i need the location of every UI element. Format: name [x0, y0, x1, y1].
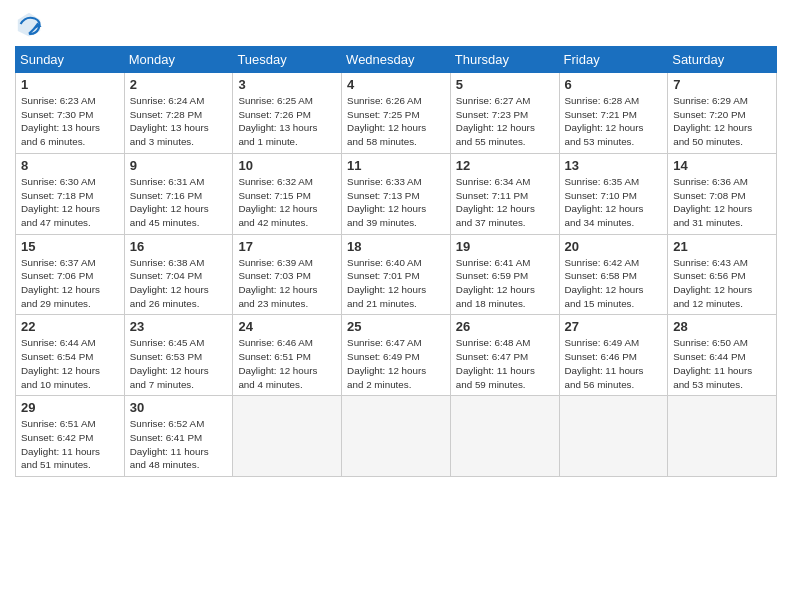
- header-sunday: Sunday: [16, 47, 125, 73]
- day-info: Sunrise: 6:49 AM Sunset: 6:46 PM Dayligh…: [565, 336, 663, 391]
- day-cell: 4Sunrise: 6:26 AM Sunset: 7:25 PM Daylig…: [342, 73, 451, 154]
- day-cell: 22Sunrise: 6:44 AM Sunset: 6:54 PM Dayli…: [16, 315, 125, 396]
- header-monday: Monday: [124, 47, 233, 73]
- day-cell: 7Sunrise: 6:29 AM Sunset: 7:20 PM Daylig…: [668, 73, 777, 154]
- week-row-2: 8Sunrise: 6:30 AM Sunset: 7:18 PM Daylig…: [16, 153, 777, 234]
- day-cell: 2Sunrise: 6:24 AM Sunset: 7:28 PM Daylig…: [124, 73, 233, 154]
- day-number: 6: [565, 77, 663, 92]
- day-info: Sunrise: 6:34 AM Sunset: 7:11 PM Dayligh…: [456, 175, 554, 230]
- day-info: Sunrise: 6:52 AM Sunset: 6:41 PM Dayligh…: [130, 417, 228, 472]
- day-info: Sunrise: 6:40 AM Sunset: 7:01 PM Dayligh…: [347, 256, 445, 311]
- day-info: Sunrise: 6:25 AM Sunset: 7:26 PM Dayligh…: [238, 94, 336, 149]
- header-tuesday: Tuesday: [233, 47, 342, 73]
- day-number: 23: [130, 319, 228, 334]
- day-cell: 5Sunrise: 6:27 AM Sunset: 7:23 PM Daylig…: [450, 73, 559, 154]
- day-cell: 27Sunrise: 6:49 AM Sunset: 6:46 PM Dayli…: [559, 315, 668, 396]
- day-info: Sunrise: 6:50 AM Sunset: 6:44 PM Dayligh…: [673, 336, 771, 391]
- day-cell: 18Sunrise: 6:40 AM Sunset: 7:01 PM Dayli…: [342, 234, 451, 315]
- week-row-5: 29Sunrise: 6:51 AM Sunset: 6:42 PM Dayli…: [16, 396, 777, 477]
- day-cell: 10Sunrise: 6:32 AM Sunset: 7:15 PM Dayli…: [233, 153, 342, 234]
- day-number: 17: [238, 239, 336, 254]
- day-cell: [668, 396, 777, 477]
- page: SundayMondayTuesdayWednesdayThursdayFrid…: [0, 0, 792, 612]
- day-cell: 15Sunrise: 6:37 AM Sunset: 7:06 PM Dayli…: [16, 234, 125, 315]
- day-cell: [450, 396, 559, 477]
- day-info: Sunrise: 6:39 AM Sunset: 7:03 PM Dayligh…: [238, 256, 336, 311]
- day-cell: 23Sunrise: 6:45 AM Sunset: 6:53 PM Dayli…: [124, 315, 233, 396]
- day-info: Sunrise: 6:36 AM Sunset: 7:08 PM Dayligh…: [673, 175, 771, 230]
- day-number: 4: [347, 77, 445, 92]
- header: [15, 10, 777, 38]
- calendar-header-row: SundayMondayTuesdayWednesdayThursdayFrid…: [16, 47, 777, 73]
- day-info: Sunrise: 6:31 AM Sunset: 7:16 PM Dayligh…: [130, 175, 228, 230]
- day-number: 30: [130, 400, 228, 415]
- day-cell: 21Sunrise: 6:43 AM Sunset: 6:56 PM Dayli…: [668, 234, 777, 315]
- day-cell: 24Sunrise: 6:46 AM Sunset: 6:51 PM Dayli…: [233, 315, 342, 396]
- day-info: Sunrise: 6:51 AM Sunset: 6:42 PM Dayligh…: [21, 417, 119, 472]
- day-cell: 29Sunrise: 6:51 AM Sunset: 6:42 PM Dayli…: [16, 396, 125, 477]
- day-cell: 3Sunrise: 6:25 AM Sunset: 7:26 PM Daylig…: [233, 73, 342, 154]
- day-cell: 1Sunrise: 6:23 AM Sunset: 7:30 PM Daylig…: [16, 73, 125, 154]
- day-number: 7: [673, 77, 771, 92]
- day-info: Sunrise: 6:26 AM Sunset: 7:25 PM Dayligh…: [347, 94, 445, 149]
- day-cell: [342, 396, 451, 477]
- day-number: 20: [565, 239, 663, 254]
- day-info: Sunrise: 6:23 AM Sunset: 7:30 PM Dayligh…: [21, 94, 119, 149]
- day-cell: 13Sunrise: 6:35 AM Sunset: 7:10 PM Dayli…: [559, 153, 668, 234]
- day-info: Sunrise: 6:43 AM Sunset: 6:56 PM Dayligh…: [673, 256, 771, 311]
- day-number: 21: [673, 239, 771, 254]
- day-cell: 8Sunrise: 6:30 AM Sunset: 7:18 PM Daylig…: [16, 153, 125, 234]
- day-info: Sunrise: 6:28 AM Sunset: 7:21 PM Dayligh…: [565, 94, 663, 149]
- calendar: SundayMondayTuesdayWednesdayThursdayFrid…: [15, 46, 777, 477]
- day-info: Sunrise: 6:33 AM Sunset: 7:13 PM Dayligh…: [347, 175, 445, 230]
- week-row-1: 1Sunrise: 6:23 AM Sunset: 7:30 PM Daylig…: [16, 73, 777, 154]
- day-number: 2: [130, 77, 228, 92]
- day-cell: 25Sunrise: 6:47 AM Sunset: 6:49 PM Dayli…: [342, 315, 451, 396]
- header-friday: Friday: [559, 47, 668, 73]
- day-number: 18: [347, 239, 445, 254]
- day-number: 29: [21, 400, 119, 415]
- day-cell: 6Sunrise: 6:28 AM Sunset: 7:21 PM Daylig…: [559, 73, 668, 154]
- day-info: Sunrise: 6:24 AM Sunset: 7:28 PM Dayligh…: [130, 94, 228, 149]
- day-cell: 30Sunrise: 6:52 AM Sunset: 6:41 PM Dayli…: [124, 396, 233, 477]
- day-cell: 28Sunrise: 6:50 AM Sunset: 6:44 PM Dayli…: [668, 315, 777, 396]
- header-wednesday: Wednesday: [342, 47, 451, 73]
- day-cell: [233, 396, 342, 477]
- day-number: 13: [565, 158, 663, 173]
- day-cell: [559, 396, 668, 477]
- day-number: 8: [21, 158, 119, 173]
- day-number: 15: [21, 239, 119, 254]
- day-cell: 16Sunrise: 6:38 AM Sunset: 7:04 PM Dayli…: [124, 234, 233, 315]
- day-cell: 11Sunrise: 6:33 AM Sunset: 7:13 PM Dayli…: [342, 153, 451, 234]
- day-cell: 26Sunrise: 6:48 AM Sunset: 6:47 PM Dayli…: [450, 315, 559, 396]
- day-cell: 12Sunrise: 6:34 AM Sunset: 7:11 PM Dayli…: [450, 153, 559, 234]
- day-info: Sunrise: 6:44 AM Sunset: 6:54 PM Dayligh…: [21, 336, 119, 391]
- day-info: Sunrise: 6:37 AM Sunset: 7:06 PM Dayligh…: [21, 256, 119, 311]
- day-number: 27: [565, 319, 663, 334]
- day-info: Sunrise: 6:45 AM Sunset: 6:53 PM Dayligh…: [130, 336, 228, 391]
- day-number: 24: [238, 319, 336, 334]
- day-number: 10: [238, 158, 336, 173]
- day-number: 25: [347, 319, 445, 334]
- day-number: 9: [130, 158, 228, 173]
- day-info: Sunrise: 6:47 AM Sunset: 6:49 PM Dayligh…: [347, 336, 445, 391]
- day-info: Sunrise: 6:35 AM Sunset: 7:10 PM Dayligh…: [565, 175, 663, 230]
- day-info: Sunrise: 6:27 AM Sunset: 7:23 PM Dayligh…: [456, 94, 554, 149]
- day-info: Sunrise: 6:42 AM Sunset: 6:58 PM Dayligh…: [565, 256, 663, 311]
- day-info: Sunrise: 6:32 AM Sunset: 7:15 PM Dayligh…: [238, 175, 336, 230]
- day-number: 3: [238, 77, 336, 92]
- day-number: 11: [347, 158, 445, 173]
- day-number: 1: [21, 77, 119, 92]
- logo-icon: [15, 10, 43, 38]
- day-number: 5: [456, 77, 554, 92]
- day-number: 19: [456, 239, 554, 254]
- day-info: Sunrise: 6:29 AM Sunset: 7:20 PM Dayligh…: [673, 94, 771, 149]
- day-cell: 20Sunrise: 6:42 AM Sunset: 6:58 PM Dayli…: [559, 234, 668, 315]
- day-cell: 9Sunrise: 6:31 AM Sunset: 7:16 PM Daylig…: [124, 153, 233, 234]
- day-number: 12: [456, 158, 554, 173]
- day-cell: 17Sunrise: 6:39 AM Sunset: 7:03 PM Dayli…: [233, 234, 342, 315]
- day-info: Sunrise: 6:48 AM Sunset: 6:47 PM Dayligh…: [456, 336, 554, 391]
- week-row-3: 15Sunrise: 6:37 AM Sunset: 7:06 PM Dayli…: [16, 234, 777, 315]
- day-info: Sunrise: 6:30 AM Sunset: 7:18 PM Dayligh…: [21, 175, 119, 230]
- day-info: Sunrise: 6:41 AM Sunset: 6:59 PM Dayligh…: [456, 256, 554, 311]
